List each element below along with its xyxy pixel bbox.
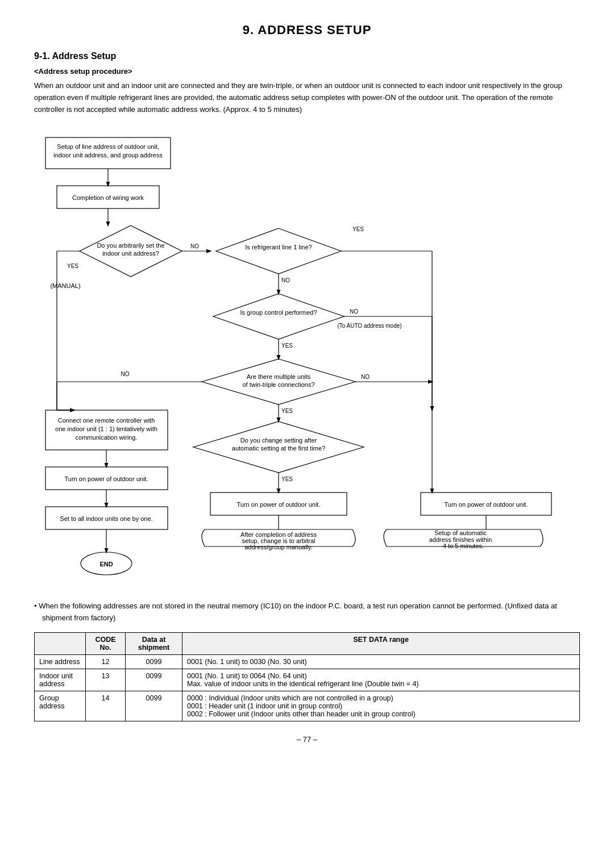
svg-text:NO: NO xyxy=(350,308,358,315)
row-code-2: 13 xyxy=(86,669,126,691)
svg-text:YES: YES xyxy=(281,476,293,482)
svg-marker-17 xyxy=(216,228,341,274)
svg-text:one indoor unit (1 : 1) tentat: one indoor unit (1 : 1) tentatively with xyxy=(55,425,157,432)
table-header-code: CODE No. xyxy=(86,632,126,654)
svg-text:END: END xyxy=(99,561,113,567)
svg-text:Do you change setting after: Do you change setting after xyxy=(240,437,317,444)
row-label-2: Indoor unit address xyxy=(35,669,86,691)
svg-text:of twin-triple connections?: of twin-triple connections? xyxy=(242,381,314,388)
svg-text:Setup of automatic: Setup of automatic xyxy=(434,529,487,536)
section-title: 9-1. Address Setup xyxy=(34,51,580,61)
svg-text:YES: YES xyxy=(281,343,293,349)
svg-text:Is group control performed?: Is group control performed? xyxy=(240,309,317,316)
page-title: 9. ADDRESS SETUP xyxy=(34,23,580,37)
svg-text:communication wiring.: communication wiring. xyxy=(76,434,138,441)
table-row: Indoor unit address 13 0099 0001 (No. 1 … xyxy=(35,669,580,691)
row-range-2: 0001 (No. 1 unit) to 0064 (No. 64 unit) … xyxy=(182,669,580,691)
row-shipment-2: 0099 xyxy=(126,669,182,691)
svg-text:Set to all indoor units one by: Set to all indoor units one by one. xyxy=(60,515,152,522)
table-row: Line address 12 0099 0001 (No. 1 unit) t… xyxy=(35,654,580,669)
flowchart: Setup of line address of outdoor unit, i… xyxy=(34,129,580,583)
bullet-text: • When the following addresses are not s… xyxy=(34,600,580,624)
data-table: CODE No. Data at shipment SET DATA range… xyxy=(34,632,580,721)
svg-text:NO: NO xyxy=(281,277,290,283)
svg-text:Turn on power of outdoor unit.: Turn on power of outdoor unit. xyxy=(65,475,148,482)
svg-text:indoor unit address?: indoor unit address? xyxy=(102,250,159,257)
subsection-title: <Address setup procedure> xyxy=(34,67,580,76)
intro-text: When an outdoor unit and an indoor unit … xyxy=(34,80,580,115)
row-shipment-1: 0099 xyxy=(126,654,182,669)
svg-text:YES: YES xyxy=(352,226,364,232)
row-shipment-3: 0099 xyxy=(126,691,182,721)
svg-text:NO: NO xyxy=(121,371,130,377)
svg-text:(To AUTO address mode): (To AUTO address mode) xyxy=(337,323,401,329)
svg-text:indoor unit address, and group: indoor unit address, and group address xyxy=(53,152,163,158)
svg-text:Turn on power of outdoor unit.: Turn on power of outdoor unit. xyxy=(237,501,321,508)
svg-text:(MANUAL): (MANUAL) xyxy=(50,282,80,289)
svg-text:Connect one remote controller : Connect one remote controller with xyxy=(58,417,155,424)
svg-text:NO: NO xyxy=(361,374,370,380)
svg-text:Is refrigerant line 1 line?: Is refrigerant line 1 line? xyxy=(245,244,312,251)
svg-text:Setup of line address of outdo: Setup of line address of outdoor unit, xyxy=(57,143,159,150)
table-row: Group address 14 0099 0000 : Individual … xyxy=(35,691,580,721)
svg-text:Are there multiple units: Are there multiple units xyxy=(247,373,311,380)
row-code-1: 12 xyxy=(86,654,126,669)
svg-text:YES: YES xyxy=(67,263,78,269)
svg-text:automatic setting at the first: automatic setting at the first time? xyxy=(232,445,325,452)
svg-text:Do you arbitrarily set the: Do you arbitrarily set the xyxy=(97,242,164,249)
table-header-label xyxy=(35,632,86,654)
row-code-3: 14 xyxy=(86,691,126,721)
page-number: – 77 – xyxy=(34,735,580,744)
row-label-3: Group address xyxy=(35,691,86,721)
svg-text:YES: YES xyxy=(281,408,293,414)
row-range-1: 0001 (No. 1 unit) to 0030 (No. 30 unit) xyxy=(182,654,580,669)
svg-text:Turn on power of outdoor unit.: Turn on power of outdoor unit. xyxy=(445,501,528,508)
svg-text:4 to 5 minutes.: 4 to 5 minutes. xyxy=(443,542,484,549)
svg-text:Completion of wiring work: Completion of wiring work xyxy=(72,194,144,201)
row-label-1: Line address xyxy=(35,654,86,669)
row-range-3: 0000 : Individual (Indoor units which ar… xyxy=(182,691,580,721)
table-header-range: SET DATA range xyxy=(182,632,580,654)
svg-marker-24 xyxy=(213,294,344,339)
svg-text:address/group manually.: address/group manually. xyxy=(244,544,313,550)
table-header-shipment: Data at shipment xyxy=(126,632,182,654)
svg-text:NO: NO xyxy=(190,243,199,249)
